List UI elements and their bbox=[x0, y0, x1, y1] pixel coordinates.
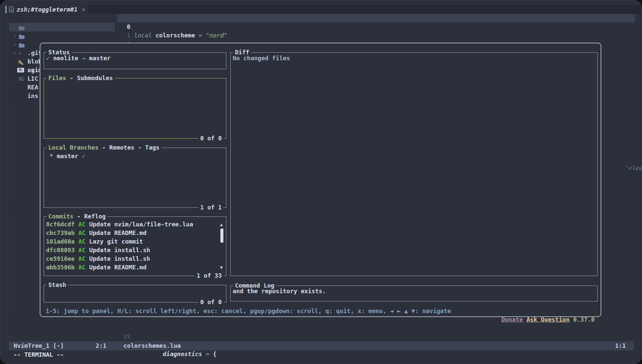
stash-count: 0 of 0 bbox=[199, 298, 223, 306]
branches-count: 1 of 1 bbox=[199, 203, 223, 212]
empty-line-tilde: ~ bbox=[7, 229, 11, 238]
empty-line-tilde: ~ bbox=[7, 247, 11, 255]
commits-panel[interactable]: Commits - Reflog 8cf6dcdfACUpdate nvim/l… bbox=[44, 216, 226, 276]
empty-line-tilde: ~ bbox=[7, 221, 11, 229]
files-count: 0 of 0 bbox=[199, 134, 223, 143]
donate-link[interactable]: Donate bbox=[501, 316, 523, 323]
empty-line-tilde: ~ bbox=[7, 186, 11, 195]
active-tab-indicator bbox=[5, 6, 7, 13]
mode-indicator: -- TERMINAL -- bbox=[14, 350, 64, 359]
statusline-filename: colorschemes.lua bbox=[123, 341, 181, 350]
empty-line-tilde: ~ bbox=[7, 109, 11, 117]
empty-line-tilde: ~ bbox=[7, 204, 11, 212]
commit-row[interactable]: cbc739abACUpdate README.md bbox=[46, 229, 147, 237]
tabline-fill bbox=[88, 5, 642, 14]
tab-close-icon[interactable]: × bbox=[82, 5, 85, 14]
branches-panel-title[interactable]: Local Branches - Remotes - Tags bbox=[47, 143, 161, 152]
empty-line-tilde: ~ bbox=[7, 135, 11, 143]
scrollbar-thumb[interactable] bbox=[220, 229, 223, 243]
code-line: 2 if colorscheme == "onedark" then bbox=[0, 31, 642, 40]
statusline-position: 2:1 bbox=[96, 341, 107, 350]
empty-line-tilde: ~ bbox=[7, 298, 11, 307]
empty-line-tilde: ~ bbox=[7, 281, 11, 290]
code-line: 0 local colorscheme = "nord" bbox=[0, 14, 642, 23]
empty-line-tilde: ~ bbox=[7, 178, 11, 186]
scroll-down-icon[interactable]: ▼ bbox=[218, 263, 225, 272]
empty-line-tilde: ~ bbox=[7, 238, 11, 247]
tab-title: zsh;#toggleterm#1 bbox=[17, 5, 77, 14]
empty-line-tilde: ~ bbox=[7, 143, 11, 152]
branch-row[interactable]: * master ✓ bbox=[46, 152, 85, 160]
terminal-icon: >_ bbox=[19, 76, 24, 81]
empty-line-tilde: ~ bbox=[7, 272, 11, 281]
empty-line-tilde: ~ bbox=[7, 290, 11, 298]
code-line: 36 diagnostics = { bbox=[0, 333, 642, 341]
commit-row[interactable]: dfc08093ACUpdate install.sh bbox=[46, 246, 150, 254]
statusline-cursor: 1:1 bbox=[615, 341, 626, 350]
diff-content: No changed files bbox=[233, 54, 290, 63]
commit-row[interactable]: abb3506bACUpdate README.md bbox=[46, 263, 147, 272]
empty-line-tilde: ~ bbox=[7, 195, 11, 204]
status-panel[interactable]: Status ✓ neolite → master bbox=[44, 52, 226, 69]
empty-line-tilde: ~ bbox=[7, 92, 11, 100]
diff-panel[interactable]: Diff No changed files bbox=[230, 52, 598, 276]
markdown-icon: M↓ bbox=[17, 68, 24, 72]
empty-line-tilde: ~ bbox=[7, 160, 11, 169]
terminal-tab[interactable]: zsh;#toggleterm#1 × bbox=[5, 5, 85, 14]
files-panel[interactable]: Files - Submodules 0 of 0 bbox=[44, 78, 226, 139]
empty-line-tilde: ~ bbox=[7, 307, 11, 315]
empty-line-tilde: ~ bbox=[7, 100, 11, 109]
statusline-buffer: NvimTree_1 [-] bbox=[14, 341, 64, 350]
version-label: 0.37.0 bbox=[573, 316, 595, 323]
commits-count: 1 of 33 bbox=[195, 271, 223, 280]
stash-panel[interactable]: Stash 0 of 0 bbox=[44, 285, 226, 302]
empty-line-tilde: ~ bbox=[7, 126, 11, 135]
empty-line-tilde: ~ bbox=[7, 169, 11, 178]
stash-panel-title[interactable]: Stash bbox=[47, 281, 68, 289]
statusline: NvimTree_1 [-] 2:1 colorschemes.lua 1:1 bbox=[9, 341, 634, 350]
branches-panel[interactable]: Local Branches - Remotes - Tags * master… bbox=[44, 148, 226, 208]
command-log-content: and the repository exists. bbox=[233, 287, 326, 296]
empty-line-tilde: ~ bbox=[7, 212, 11, 221]
empty-line-tilde: ~ bbox=[7, 83, 11, 92]
files-panel-title[interactable]: Files - Submodules bbox=[47, 74, 115, 82]
commit-row[interactable]: 101ad60aACLazy git commit bbox=[46, 237, 143, 246]
empty-line-tilde: ~ bbox=[7, 117, 11, 126]
commit-row[interactable]: ce5916eeACUpdate install.sh bbox=[46, 254, 150, 263]
empty-line-tilde: ~ bbox=[7, 315, 11, 324]
commits-panel-title[interactable]: Commits - Reflog bbox=[47, 212, 107, 221]
ask-question-link[interactable]: Ask Question bbox=[527, 316, 570, 323]
keybindings-help: 1-5: jump to panel, H/L: scroll left/rig… bbox=[46, 307, 451, 315]
file-icon bbox=[9, 6, 14, 13]
status-branch-row[interactable]: ✓ neolite → master bbox=[46, 54, 111, 63]
empty-line-tilde: ~ bbox=[7, 152, 11, 160]
command-log-panel[interactable]: Command Log and the repository exists. bbox=[230, 286, 598, 301]
commit-row[interactable]: 8cf6dcdfACUpdate nvim/lua/file-tree.lua bbox=[46, 220, 193, 229]
code-line: 1 bbox=[0, 23, 642, 31]
nvim-window: zsh;#toggleterm#1 × neolite › .git › blo… bbox=[0, 0, 642, 364]
lazygit-window: Status ✓ neolite → master Files - Submod… bbox=[40, 43, 601, 317]
scroll-up-icon[interactable]: ▲ bbox=[218, 220, 225, 229]
empty-line-tilde: ~ bbox=[7, 264, 11, 272]
code-line: 35 -- Plugins Config -- bbox=[0, 324, 642, 333]
empty-line-tilde: ~ bbox=[7, 255, 11, 264]
code-fragment: '<leader> bbox=[603, 155, 642, 164]
